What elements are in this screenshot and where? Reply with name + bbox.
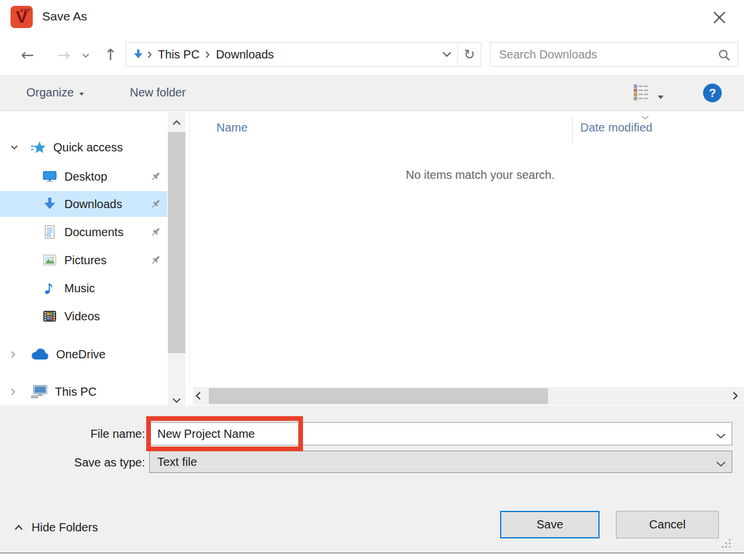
- window-border: [0, 552, 744, 554]
- chevron-collapsed-icon[interactable]: [11, 351, 20, 358]
- downloads-icon: [42, 196, 57, 212]
- sidebar-item-desktop[interactable]: Desktop: [0, 164, 167, 189]
- onedrive-cloud-icon: [30, 348, 49, 361]
- this-pc-icon: [30, 384, 48, 399]
- music-note-icon: [42, 281, 57, 296]
- sidebar-label: Music: [64, 282, 95, 295]
- back-button[interactable]: ←: [16, 43, 39, 65]
- scroll-right-icon[interactable]: [732, 391, 738, 403]
- breadcrumb-downloads[interactable]: Downloads: [216, 48, 274, 61]
- videos-film-icon: [42, 309, 57, 324]
- chevron-down-icon: [82, 53, 89, 58]
- app-logo-badge: EXP: [20, 8, 30, 13]
- quick-access-star-icon: [30, 140, 46, 155]
- save-as-type-select[interactable]: Text file: [149, 451, 732, 473]
- sidebar-scrollbar-thumb[interactable]: [168, 132, 185, 353]
- sidebar-item-music[interactable]: Music: [0, 275, 167, 301]
- dialog-title: Save As: [42, 9, 87, 23]
- scroll-up-icon[interactable]: [172, 117, 181, 128]
- sidebar-item-documents[interactable]: Documents: [0, 219, 167, 245]
- chevron-collapsed-icon[interactable]: [11, 388, 20, 396]
- back-icon: ←: [21, 46, 35, 64]
- sidebar-item-onedrive[interactable]: OneDrive: [0, 341, 167, 367]
- view-mode-button[interactable]: [633, 84, 650, 103]
- organize-button[interactable]: Organize: [26, 75, 84, 110]
- pin-icon: [150, 226, 161, 241]
- scroll-left-icon[interactable]: [195, 391, 201, 403]
- close-button[interactable]: [705, 6, 733, 29]
- breadcrumb-this-pc[interactable]: This PC: [158, 48, 199, 61]
- cancel-button[interactable]: Cancel: [616, 511, 719, 538]
- help-button[interactable]: ?: [703, 84, 722, 102]
- search-icon: [718, 49, 731, 61]
- file-name-label: File name:: [0, 427, 145, 441]
- refresh-icon: ↻: [464, 47, 475, 62]
- recent-locations-button[interactable]: [82, 50, 89, 61]
- chevron-expanded-icon[interactable]: [11, 145, 20, 150]
- up-icon: ↑: [104, 46, 118, 64]
- file-name-dropdown-icon[interactable]: [716, 431, 726, 441]
- breadcrumb-separator-icon: [147, 51, 152, 58]
- details-view-icon: [633, 84, 650, 101]
- breadcrumb-separator-icon: [205, 51, 210, 58]
- up-button[interactable]: ↑: [99, 43, 122, 65]
- save-as-type-label: Save as type:: [0, 456, 145, 469]
- sidebar-item-pictures[interactable]: Pictures: [0, 247, 167, 273]
- sidebar-label: Pictures: [64, 254, 106, 267]
- save-as-type-dropdown-icon[interactable]: [716, 459, 726, 469]
- save-button-label: Save: [536, 518, 563, 531]
- scroll-down-icon[interactable]: [172, 395, 181, 406]
- search-box: [490, 42, 738, 67]
- sidebar-item-videos[interactable]: Videos: [0, 303, 167, 329]
- chevron-down-icon: [657, 95, 664, 99]
- search-input[interactable]: [493, 43, 704, 65]
- organize-dropdown-icon: [79, 92, 84, 96]
- sidebar-label: OneDrive: [56, 348, 105, 361]
- new-folder-label: New folder: [130, 86, 186, 99]
- pin-icon: [150, 171, 161, 185]
- sidebar-label: Documents: [64, 226, 123, 239]
- save-button[interactable]: Save: [500, 511, 600, 538]
- pictures-icon: [42, 253, 57, 268]
- sidebar-label: Downloads: [64, 198, 122, 211]
- forward-icon: →: [57, 46, 71, 64]
- app-icon: V EXP: [11, 6, 33, 28]
- chevron-up-icon: [14, 524, 23, 531]
- column-divider[interactable]: [572, 116, 573, 144]
- empty-list-message: No items match your search.: [205, 168, 744, 182]
- cancel-button-label: Cancel: [649, 518, 686, 531]
- column-header-name[interactable]: Name: [216, 121, 247, 134]
- resize-grip[interactable]: [722, 539, 732, 550]
- close-icon: [712, 11, 726, 25]
- hide-folders-label: Hide Folders: [32, 521, 98, 534]
- sidebar-item-this-pc[interactable]: This PC: [0, 379, 167, 405]
- file-name-input[interactable]: [149, 422, 732, 445]
- sidebar-item-downloads[interactable]: Downloads: [0, 191, 167, 217]
- new-folder-button[interactable]: New folder: [130, 75, 186, 110]
- sidebar-divider: [190, 111, 190, 387]
- save-as-type-value: Text file: [157, 455, 197, 469]
- column-header-date-modified[interactable]: Date modified: [580, 121, 652, 134]
- sidebar-label: This PC: [55, 385, 97, 399]
- desktop-icon: [42, 169, 57, 184]
- help-icon: ?: [709, 87, 716, 100]
- sidebar-label: Videos: [64, 310, 100, 323]
- address-dropdown-icon[interactable]: [442, 51, 452, 57]
- organize-label: Organize: [26, 86, 74, 99]
- downloads-folder-icon: [132, 49, 144, 60]
- hide-folders-button[interactable]: Hide Folders: [14, 517, 98, 538]
- sidebar-item-quick-access[interactable]: Quick access: [0, 134, 167, 160]
- view-mode-dropdown-button[interactable]: [657, 91, 664, 102]
- sidebar-label: Desktop: [64, 170, 107, 184]
- sidebar-label: Quick access: [53, 141, 123, 154]
- pin-icon: [150, 198, 161, 213]
- forward-button[interactable]: →: [53, 43, 75, 65]
- pin-icon: [150, 254, 161, 269]
- refresh-button[interactable]: ↻: [457, 42, 481, 67]
- save-as-dialog: V EXP Save As ← → ↑ This PC Downloads: [0, 0, 744, 560]
- document-icon: [42, 224, 57, 240]
- address-bar[interactable]: This PC Downloads: [126, 42, 458, 67]
- command-toolbar: Organize New folder: [0, 75, 744, 111]
- horizontal-scrollbar-thumb[interactable]: [209, 388, 548, 404]
